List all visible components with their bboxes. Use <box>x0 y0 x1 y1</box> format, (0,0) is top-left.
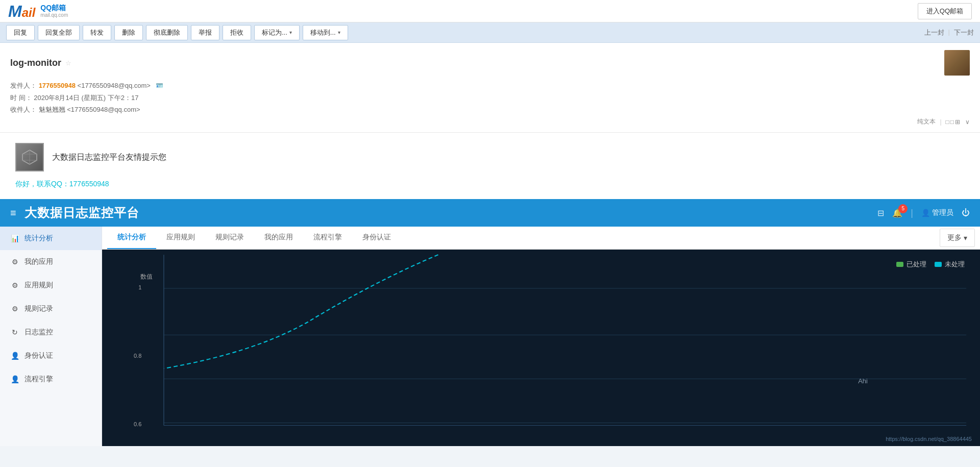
sidebar-item-auth[interactable]: 👤 身份认证 <box>0 344 102 367</box>
move-to-button[interactable]: 移动到... <box>303 25 348 40</box>
app-rules-icon: ⚙ <box>10 281 19 290</box>
view-icons[interactable]: □□⊞ <box>946 118 962 126</box>
delete-full-button[interactable]: 彻底删除 <box>146 25 188 40</box>
more-label: 更多 <box>947 233 962 242</box>
date-row: 时 间： 2020年8月14日 (星期五) 下午2：17 <box>10 92 970 104</box>
email-options: 纯文本 | □□⊞ ∨ <box>10 117 970 126</box>
footer-link[interactable]: https://blog.csdn.net/qq_38864445 <box>886 436 972 442</box>
chart-area: 已处理 未处理 数值 1 0.8 0.6 <box>102 250 980 446</box>
email-body: 大数据日志监控平台友情提示您 你好，联系QQ：1776550948 <box>0 133 980 199</box>
email-subject: log-monitor <box>10 58 61 68</box>
tab-statistics[interactable]: 统计分析 <box>107 227 156 249</box>
app-sidebar: 📊 统计分析 ⚙ 我的应用 ⚙ 应用规则 ⚙ 规则记录 ↻ 日志监控 👤 身份认 <box>0 227 102 446</box>
sidebar-item-statistics[interactable]: 📊 统计分析 <box>0 227 102 250</box>
logo-qq-text: QQ邮箱 <box>40 4 68 12</box>
sidebar-label-my-apps: 我的应用 <box>24 257 53 266</box>
rule-records-icon: ⚙ <box>10 304 19 313</box>
email-header: log-monitor ☆ 发件人： 1776550948 <177655094… <box>0 43 980 133</box>
email-navigation: 上一封 | 下一封 <box>924 28 974 37</box>
user-icon: 👤 <box>921 209 930 217</box>
logo-area: M ail QQ邮箱 mail.qq.com <box>8 3 68 19</box>
nav-separator: | <box>948 28 950 37</box>
cube-icon <box>15 143 44 171</box>
sidebar-item-flow-engine[interactable]: 👤 流程引擎 <box>0 367 102 391</box>
from-label: 发件人： <box>10 82 37 89</box>
log-monitor-icon: ↻ <box>10 328 19 337</box>
date-label: 时 间： <box>10 94 32 102</box>
sender-email: <1776550948@qq.com> <box>78 82 151 89</box>
sidebar-label-auth: 身份认证 <box>24 351 53 360</box>
logo-m-icon: M <box>8 3 22 19</box>
reply-all-button[interactable]: 回复全部 <box>38 25 80 40</box>
enter-qq-mail-button[interactable]: 进入QQ邮箱 <box>918 3 972 19</box>
tab-app-rules[interactable]: 应用规则 <box>156 227 205 249</box>
menu-icon[interactable]: ≡ <box>10 207 16 219</box>
email-subject-row: log-monitor ☆ <box>10 50 970 76</box>
delete-button[interactable]: 删除 <box>114 25 143 40</box>
app-layout: 📊 统计分析 ⚙ 我的应用 ⚙ 应用规则 ⚙ 规则记录 ↻ 日志监控 👤 身份认 <box>0 227 980 446</box>
tab-auth[interactable]: 身份认证 <box>352 227 401 249</box>
email-toolbar: 回复 回复全部 转发 删除 彻底删除 举报 拒收 标记为... 移动到... 上… <box>0 22 980 43</box>
sidebar-label-flow-engine: 流程引擎 <box>24 375 53 384</box>
tab-flow-engine[interactable]: 流程引擎 <box>303 227 352 249</box>
tab-my-apps[interactable]: 我的应用 <box>254 227 303 249</box>
option-sep: | <box>940 118 941 126</box>
app-tabs: 统计分析 应用规则 规则记录 我的应用 流程引擎 身份认证 更多 ▾ <box>102 227 980 250</box>
monitor-icon[interactable]: ⊟ <box>877 208 884 218</box>
notification-bell[interactable]: 🔔 5 <box>892 208 902 218</box>
admin-name: 管理员 <box>932 208 953 217</box>
app-title: 大数据日志监控平台 <box>24 205 139 221</box>
plain-text-link[interactable]: 纯文本 <box>917 117 936 126</box>
topbar-separator: | <box>911 208 913 218</box>
flow-engine-icon: 👤 <box>10 375 19 384</box>
forward-button[interactable]: 转发 <box>83 25 111 40</box>
subject-area: log-monitor ☆ <box>10 58 71 68</box>
sidebar-item-app-rules[interactable]: ⚙ 应用规则 <box>0 274 102 297</box>
auth-icon: 👤 <box>10 351 19 360</box>
email-icon-area: 大数据日志监控平台友情提示您 <box>15 143 965 171</box>
prev-email-link[interactable]: 上一封 <box>924 28 944 37</box>
logo-domain: mail.qq.com <box>40 12 68 18</box>
chevron-down-icon: ▾ <box>964 234 967 242</box>
sidebar-item-rule-records[interactable]: ⚙ 规则记录 <box>0 297 102 321</box>
logo-ail: ail <box>22 7 36 19</box>
statistics-icon: 📊 <box>10 234 19 243</box>
expand-icon[interactable]: ∨ <box>965 118 970 126</box>
star-icon[interactable]: ☆ <box>65 59 71 67</box>
sidebar-label-log-monitor: 日志监控 <box>24 328 53 337</box>
sidebar-label-app-rules: 应用规则 <box>24 281 53 290</box>
to-row: 收件人： 魅魅翘翘 <1776550948@qq.com> <box>10 104 970 115</box>
top-bar: M ail QQ邮箱 mail.qq.com 进入QQ邮箱 <box>0 0 980 22</box>
power-icon[interactable]: ⏻ <box>962 208 970 217</box>
sidebar-item-log-monitor[interactable]: ↻ 日志监控 <box>0 321 102 344</box>
chart-svg <box>102 250 980 446</box>
greeting-text[interactable]: 你好，联系QQ：1776550948 <box>15 180 965 189</box>
next-email-link[interactable]: 下一封 <box>954 28 974 37</box>
sender-avatar <box>944 50 970 76</box>
admin-user-label[interactable]: 👤 管理员 <box>921 208 953 217</box>
sidebar-item-my-apps[interactable]: ⚙ 我的应用 <box>0 250 102 274</box>
email-meta: 发件人： 1776550948 <1776550948@qq.com> 🪪 时 … <box>10 80 970 115</box>
sidebar-label-rule-records: 规则记录 <box>24 304 53 313</box>
sender-row: 发件人： 1776550948 <1776550948@qq.com> 🪪 <box>10 80 970 92</box>
sidebar-label-statistics: 统计分析 <box>24 234 53 243</box>
tab-rule-records[interactable]: 规则记录 <box>205 227 254 249</box>
mark-as-button[interactable]: 标记为... <box>254 25 300 40</box>
app-main: 统计分析 应用规则 规则记录 我的应用 流程引擎 身份认证 更多 ▾ 已处理 <box>102 227 980 446</box>
my-apps-icon: ⚙ <box>10 257 19 266</box>
reject-button[interactable]: 拒收 <box>223 25 251 40</box>
embedded-app: ≡ 大数据日志监控平台 ⊟ 🔔 5 | 👤 管理员 ⏻ 📊 统计分析 ⚙ <box>0 199 980 446</box>
date-value: 2020年8月14日 (星期五) 下午2：17 <box>34 94 138 102</box>
app-topbar: ≡ 大数据日志监控平台 ⊟ 🔔 5 | 👤 管理员 ⏻ <box>0 199 980 227</box>
sender-card-icon[interactable]: 🪪 <box>156 82 163 89</box>
email-body-title: 大数据日志监控平台友情提示您 <box>52 152 166 163</box>
to-label: 收件人： <box>10 106 37 113</box>
mail-logo: M ail <box>8 3 35 19</box>
reply-button[interactable]: 回复 <box>6 25 35 40</box>
more-tabs-button[interactable]: 更多 ▾ <box>940 229 975 247</box>
to-name: 魅魅翘翘 <box>39 106 65 113</box>
sender-name[interactable]: 1776550948 <box>39 82 76 89</box>
logo-subtitle-area: QQ邮箱 mail.qq.com <box>40 4 68 17</box>
ahi-annotation: Ahi <box>858 377 868 385</box>
report-button[interactable]: 举报 <box>191 25 219 40</box>
